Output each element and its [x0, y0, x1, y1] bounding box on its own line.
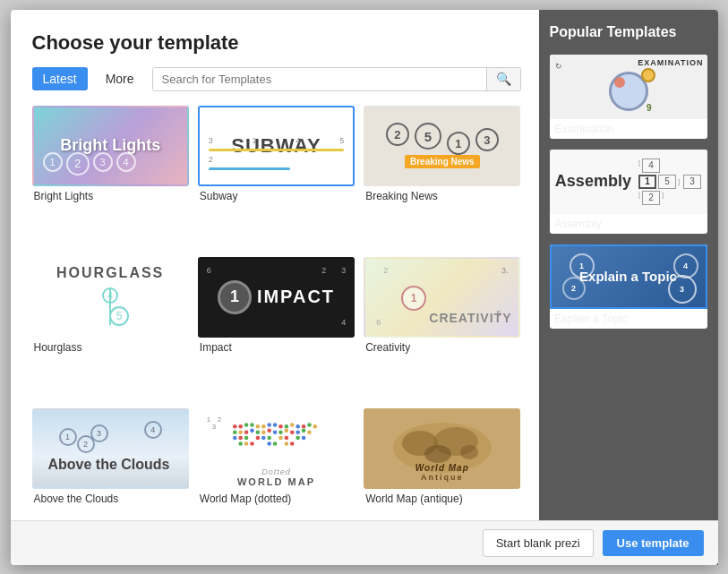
svg-point-32: [302, 428, 306, 433]
svg-point-50: [290, 441, 295, 446]
world-dotted-svg: [213, 410, 338, 467]
template-thumb-subway: SUBWAY 3145 2: [198, 106, 355, 186]
svg-point-27: [273, 430, 278, 434]
svg-point-11: [268, 423, 272, 427]
template-thumb-above-clouds: 1 2 3 4 Above the Clouds: [32, 408, 189, 489]
svg-point-13: [279, 424, 284, 429]
svg-point-10: [261, 424, 266, 429]
search-input[interactable]: [153, 68, 486, 90]
world-antique-inner: World Map Antique: [380, 416, 505, 481]
breaking-num-3: 3: [475, 128, 499, 151]
breaking-num-5: 5: [415, 123, 441, 150]
svg-point-36: [244, 435, 249, 440]
use-template-button[interactable]: Use template: [603, 530, 704, 556]
svg-point-15: [290, 423, 295, 427]
svg-point-20: [233, 430, 237, 434]
assembly-text: Assembly: [555, 172, 631, 191]
breaking-news-label: Breaking News: [364, 190, 520, 202]
breaking-num-1: 1: [447, 132, 470, 155]
popular-card-assembly[interactable]: Assembly [ 4 1 5 ] [ 2: [550, 150, 707, 234]
svg-point-38: [261, 435, 266, 440]
svg-point-39: [268, 435, 272, 440]
tabs-row: Latest More 🔍: [32, 67, 521, 91]
tab-more[interactable]: More: [95, 67, 145, 90]
svg-text:5: 5: [116, 310, 123, 322]
svg-point-33: [308, 430, 313, 434]
svg-point-7: [244, 423, 249, 427]
template-card-subway[interactable]: SUBWAY 3145 2 Subway: [198, 106, 355, 248]
circle-4: 4: [116, 152, 136, 172]
impact-label: Impact: [198, 341, 355, 354]
svg-text:4: 4: [107, 291, 113, 301]
svg-point-43: [302, 435, 306, 440]
world-dotted-label: World Map (dotted): [198, 493, 355, 505]
svg-point-23: [251, 428, 255, 433]
template-thumb-impact: 6 2 3 4 1 IMPACT: [198, 257, 355, 338]
template-card-impact[interactable]: 6 2 3 4 1 IMPACT Impact: [198, 257, 355, 399]
svg-point-55: [460, 445, 478, 459]
creativity-title: CREATIVITY: [429, 311, 511, 325]
circle-3: 3: [93, 152, 113, 172]
circle-2: 2: [66, 152, 90, 176]
svg-point-54: [424, 445, 451, 463]
template-grid: Bright Lights 1 2 3 4 Bright Lights SUBW…: [32, 106, 521, 551]
svg-point-22: [244, 430, 249, 434]
explain-label: Explain a Topic: [550, 309, 707, 329]
explain-circles: 1 2 4 3: [552, 246, 706, 307]
bright-lights-label: Bright Lights: [32, 190, 189, 202]
popular-title: Popular Templates: [550, 24, 707, 40]
template-card-creativity[interactable]: 2 3. 6 5 1 CREATIVITY Creativity: [364, 257, 520, 399]
svg-point-47: [268, 441, 272, 446]
svg-point-40: [279, 435, 284, 440]
popular-card-explain[interactable]: 1 2 4 3 Explain a Topic Explain a Topic: [550, 244, 707, 329]
breaking-badge: Breaking News: [405, 155, 480, 168]
start-blank-button[interactable]: Start blank prezi: [483, 529, 594, 557]
svg-point-16: [296, 424, 301, 429]
template-thumb-world-antique: World Map Antique: [364, 408, 520, 489]
template-card-hourglass[interactable]: HOURGLASS 4 5 Hourglass: [32, 257, 189, 399]
template-thumb-creativity: 2 3. 6 5 1 CREATIVITY: [364, 257, 520, 338]
svg-point-31: [296, 430, 301, 434]
svg-point-5: [233, 424, 237, 429]
above-clouds-title: Above the Clouds: [48, 457, 170, 473]
search-button[interactable]: 🔍: [486, 68, 520, 90]
svg-point-35: [239, 435, 244, 440]
assembly-cell-3: 3: [683, 175, 701, 189]
svg-point-48: [273, 441, 278, 446]
svg-point-29: [285, 428, 289, 433]
hourglass-title: HOURGLASS: [56, 265, 164, 281]
template-card-bright-lights[interactable]: Bright Lights 1 2 3 4 Bright Lights: [32, 106, 189, 248]
bright-lights-circles: 1 2 3 4: [43, 152, 136, 176]
template-thumb-hourglass: HOURGLASS 4 5: [32, 257, 189, 338]
svg-point-42: [296, 435, 301, 440]
svg-point-41: [285, 435, 289, 440]
assembly-cell-2: 2: [642, 191, 660, 205]
subway-label: Subway: [198, 190, 355, 202]
svg-point-8: [251, 423, 255, 427]
tab-latest[interactable]: Latest: [32, 67, 88, 90]
breaking-circles: 2 5 1 3: [386, 123, 499, 150]
search-wrapper: 🔍: [152, 67, 521, 91]
svg-point-25: [261, 430, 266, 434]
subway-lines: 3145 2: [209, 136, 344, 174]
popular-card-examination[interactable]: EXAMINATION 9 ↻ Examination: [550, 55, 707, 139]
svg-point-26: [268, 428, 272, 433]
template-thumb-breaking-news: 2 5 1 3 Breaking News: [364, 106, 520, 186]
assembly-cell-4: 4: [642, 158, 660, 173]
svg-point-45: [244, 441, 249, 446]
svg-point-6: [239, 424, 244, 429]
creativity-label: Creativity: [364, 341, 520, 354]
above-clouds-label: Above the Clouds: [32, 493, 189, 505]
world-antique-label: World Map (antique): [364, 493, 520, 505]
modal: Choose your template Latest More 🔍 Brigh…: [11, 10, 718, 565]
template-card-breaking-news[interactable]: 2 5 1 3 Breaking News Breaking News: [364, 106, 520, 248]
svg-point-21: [239, 430, 244, 434]
assembly-cell-1: 1: [638, 175, 656, 189]
assembly-cell-5: 5: [658, 175, 676, 189]
svg-point-19: [313, 424, 318, 429]
right-panel: Popular Templates EXAMINATION 9 ↻ Examin…: [539, 10, 718, 565]
popular-thumb-assembly: Assembly [ 4 1 5 ] [ 2: [550, 150, 707, 214]
svg-point-9: [256, 424, 261, 429]
circle-1: 1: [43, 152, 63, 172]
svg-point-24: [256, 430, 261, 434]
